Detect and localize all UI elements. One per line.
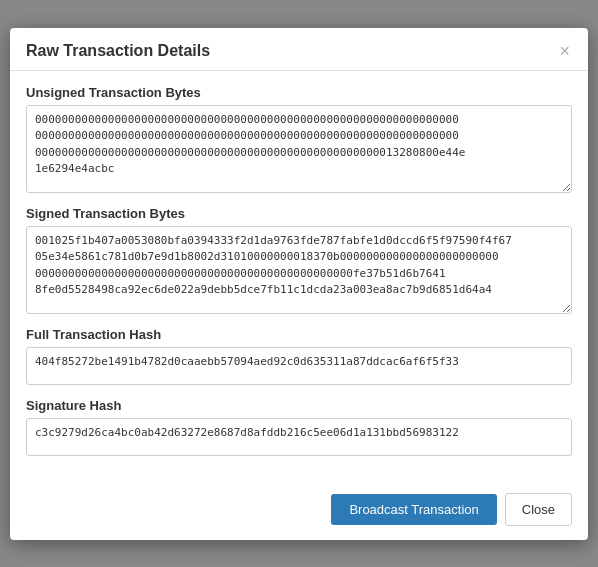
full-hash-section: Full Transaction Hash — [26, 327, 572, 388]
close-button[interactable]: Close — [505, 493, 572, 526]
unsigned-label: Unsigned Transaction Bytes — [26, 85, 572, 100]
full-hash-textarea[interactable] — [26, 347, 572, 385]
modal-title: Raw Transaction Details — [26, 42, 210, 60]
signed-label: Signed Transaction Bytes — [26, 206, 572, 221]
full-hash-label: Full Transaction Hash — [26, 327, 572, 342]
modal-overlay: Raw Transaction Details × Unsigned Trans… — [0, 0, 598, 567]
signed-bytes-textarea[interactable] — [26, 226, 572, 314]
sig-hash-section: Signature Hash — [26, 398, 572, 459]
modal-header: Raw Transaction Details × — [10, 28, 588, 71]
sig-hash-textarea[interactable] — [26, 418, 572, 456]
raw-transaction-modal: Raw Transaction Details × Unsigned Trans… — [10, 28, 588, 540]
broadcast-transaction-button[interactable]: Broadcast Transaction — [331, 494, 496, 525]
modal-body: Unsigned Transaction Bytes Signed Transa… — [10, 71, 588, 483]
close-x-button[interactable]: × — [557, 42, 572, 60]
unsigned-bytes-textarea[interactable] — [26, 105, 572, 193]
modal-footer: Broadcast Transaction Close — [10, 483, 588, 540]
signed-section: Signed Transaction Bytes — [26, 206, 572, 317]
sig-hash-label: Signature Hash — [26, 398, 572, 413]
unsigned-section: Unsigned Transaction Bytes — [26, 85, 572, 196]
